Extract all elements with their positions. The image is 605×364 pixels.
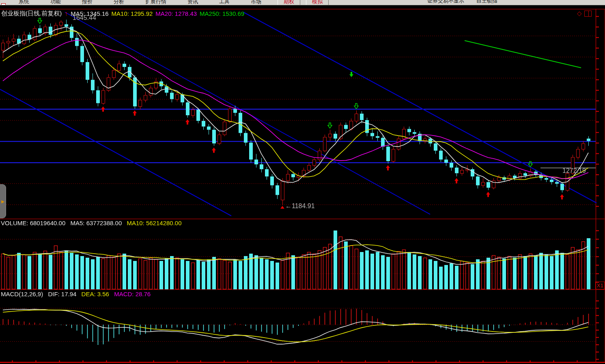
chart-corner-controls: ◇: [577, 10, 592, 17]
volume-scale-badge[interactable]: X1: [595, 282, 605, 289]
up-arrow-icon: ↑: [65, 10, 68, 17]
menu-item-extended[interactable]: 扩展行情: [135, 0, 177, 5]
app-icon[interactable]: [1, 3, 6, 5]
dif-value-label: DIF: 17.94: [48, 291, 76, 297]
menu-item-system[interactable]: 系统: [8, 0, 40, 5]
menu-status-text: 证券交易不显示 自主锁指: [427, 0, 508, 4]
menu-item-function[interactable]: 功能: [40, 0, 71, 5]
dea-value-label: DEA: 3.56: [82, 291, 109, 297]
high-price-label: 1645.44: [73, 14, 96, 22]
split-window-icon[interactable]: [584, 11, 592, 17]
menu-item-market[interactable]: 市场: [240, 0, 272, 5]
volume-value-label: VOLUME: 68019640.00: [1, 220, 65, 226]
trading-app-window: 系统 功能 报价 分析 扩展行情 资讯 工具 市场 期权 模拟 证券交易不显示 …: [0, 0, 605, 364]
status-right-text: 自主锁指: [476, 0, 497, 4]
sidebar-expand-tab[interactable]: ▶: [0, 184, 6, 218]
instrument-title[interactable]: 创业板指(日线.前复权): [1, 10, 62, 17]
ma10-label: MA10: 1295.92: [112, 10, 153, 17]
chart-title-bar: 创业板指(日线.前复权) ↑ MA5: 1345.16 MA10: 1295.9…: [1, 10, 247, 17]
macd-name-label: MACD(12,26,9): [1, 291, 43, 297]
ma250-label: MA250: 1530.69: [200, 10, 244, 17]
chart-canvas[interactable]: [0, 0, 605, 364]
diamond-icon[interactable]: ◇: [577, 10, 582, 17]
menu-button-simulate[interactable]: 模拟: [306, 0, 329, 5]
menu-item-analysis[interactable]: 分析: [103, 0, 135, 5]
last-price-label: 1272.19: [562, 167, 586, 174]
menu-item-tools[interactable]: 工具: [209, 0, 240, 5]
volume-ma5-label: MA5: 63772388.00: [70, 220, 122, 226]
macd-value-label: MACD: 28.76: [114, 291, 151, 297]
macd-panel-header: MACD(12,26,9) DIF: 17.94 DEA: 3.56 MACD:…: [1, 291, 154, 297]
volume-panel-header: VOLUME: 68019640.00 MA5: 63772388.00 MA1…: [1, 220, 185, 226]
menu-item-quotes[interactable]: 报价: [71, 0, 103, 5]
menu-items: 系统 功能 报价 分析 扩展行情 资讯 工具 市场 期权 模拟: [8, 0, 329, 5]
menu-item-news[interactable]: 资讯: [177, 0, 209, 5]
expand-triangle-icon: ▶: [1, 199, 4, 204]
status-left-text: 证券交易不显示: [427, 0, 464, 4]
volume-ma10-label: MA10: 56214280.00: [127, 220, 181, 226]
ma20-label: MA20: 1278.43: [155, 10, 197, 17]
menu-bar: 系统 功能 报价 分析 扩展行情 资讯 工具 市场 期权 模拟 证券交易不显示 …: [0, 0, 605, 5]
menu-button-options[interactable]: 期权: [278, 0, 300, 5]
low-price-label: ←1184.91: [285, 202, 315, 210]
